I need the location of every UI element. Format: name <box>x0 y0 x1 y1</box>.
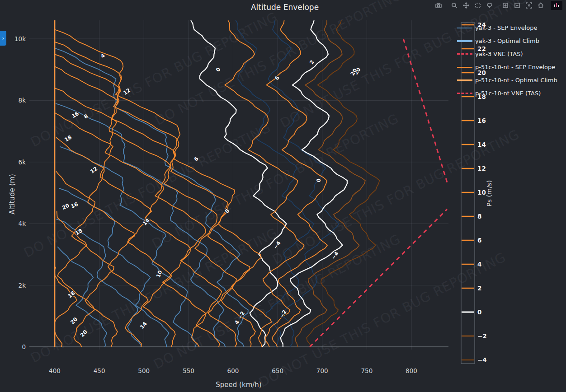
p-51c-10-nt-vne-(tas) <box>310 209 447 347</box>
modebar <box>429 1 562 10</box>
contour-label: −4 <box>330 251 340 261</box>
contour-line-yak-3-L0 <box>191 20 287 347</box>
colorbar-tick-label: 0 <box>477 308 481 316</box>
legend-item-p51c-climb[interactable]: p-51c-10-nt - Optimal Climb <box>457 74 557 87</box>
contour-label: 18 <box>63 134 73 143</box>
contour-line-p-51c-10-nt-L0 <box>281 20 347 347</box>
legend-label: yak-3 VNE (TAS) <box>475 51 523 57</box>
contour-label: 10 <box>155 270 164 279</box>
colorbar-tick-label: 4 <box>477 261 481 268</box>
x-tick-label: 750 <box>361 367 373 374</box>
sidebar-expand-button[interactable]: › <box>0 31 6 46</box>
legend-line-swatch <box>457 40 472 42</box>
x-tick-label: 400 <box>49 367 61 374</box>
colorbar-tick-label: 2 <box>477 285 481 292</box>
legend-label: yak-3 - SEP Envelope <box>475 24 538 31</box>
contour-label: 16 <box>71 110 80 119</box>
page-title: Altitude Envelope <box>251 3 319 12</box>
colorbar-tick-label: 16 <box>477 117 486 124</box>
contour-label: 20 <box>69 316 79 326</box>
x-tick-label: 700 <box>316 367 328 374</box>
legend-dash-swatch <box>457 53 472 55</box>
contour-line-p-51c-10-nt-L16 <box>55 113 175 347</box>
y-tick-label: 10k <box>14 35 26 42</box>
x-tick-label: 600 <box>227 367 239 374</box>
legend: yak-3 - SEP Envelope yak-3 - Optimal Cli… <box>457 21 557 100</box>
x-tick-label: 650 <box>272 367 283 374</box>
contour-line-p-51c-10-nt-L20 <box>56 171 118 347</box>
contour-label: 12 <box>89 165 99 175</box>
box-select-icon[interactable] <box>472 1 484 10</box>
legend-item-yak3-climb[interactable]: yak-3 - Optimal Climb <box>457 34 557 47</box>
y-tick-label: 8k <box>19 97 26 104</box>
colorbar-tick-label: 12 <box>477 165 486 172</box>
legend-label: yak-3 - Optimal Climb <box>475 37 539 44</box>
app-window: DO NOT USE THIS FOR BUG REPORTINGDO NOT … <box>0 0 566 392</box>
legend-line-swatch <box>457 67 472 68</box>
x-tick-label: 800 <box>406 367 417 374</box>
contour-line-p-51c-10-nt-L12 <box>55 66 222 347</box>
legend-line-swatch <box>457 28 472 28</box>
x-axis-title: Speed (km/h) <box>216 381 261 389</box>
camera-icon[interactable] <box>433 1 444 10</box>
contour-label: 18 <box>66 289 76 299</box>
zoom-icon[interactable] <box>448 1 460 10</box>
legend-dash-swatch <box>457 93 472 94</box>
contour-label: −2 <box>278 309 288 319</box>
colorbar-tick-label: 14 <box>477 141 486 148</box>
gridlines <box>29 20 448 350</box>
y-tick-label: 2k <box>19 282 26 289</box>
contour-label: 14 <box>142 217 151 227</box>
contour-label: 6 <box>193 155 199 163</box>
contour-line-yak-3-L-4 <box>268 20 339 347</box>
contour-label: 0 <box>315 178 322 182</box>
legend-item-yak3-vne[interactable]: yak-3 VNE (TAS) <box>457 47 557 61</box>
legend-label: p-51c-10-nt - Optimal Climb <box>475 77 557 84</box>
contour-label: 8 <box>83 113 89 120</box>
legend-line-swatch <box>457 79 472 81</box>
y-axis-title: Altitude (m) <box>8 174 16 215</box>
contour-label: 20 <box>79 329 89 338</box>
autoscale-icon[interactable] <box>523 1 535 10</box>
contour-label: 2 <box>308 59 316 65</box>
zoom-in-icon[interactable] <box>500 1 511 10</box>
colorbar-tick-label: −4 <box>477 356 487 364</box>
contour-line-yak-3-L12 <box>60 147 196 347</box>
lasso-select-icon[interactable] <box>484 1 495 10</box>
colorbar-tick-label: 6 <box>477 237 481 244</box>
contour-label: 16 <box>70 201 79 210</box>
contour-label: 12 <box>122 87 132 96</box>
colorbar-title: Ps (m/s) <box>486 180 493 207</box>
contour-line-p-51c-10-nt-L8 <box>55 42 255 347</box>
contour-label: 8 <box>224 208 231 215</box>
plot-area[interactable] <box>55 20 448 347</box>
plotly-logo-icon[interactable] <box>551 1 562 10</box>
x-tick-label: 550 <box>183 367 194 374</box>
home-icon[interactable] <box>535 1 547 10</box>
y-tick-label: 4k <box>19 220 26 227</box>
legend-label: p-51c-10-nt VNE (TAS) <box>475 90 541 97</box>
legend-item-yak3-sep[interactable]: yak-3 - SEP Envelope <box>457 21 557 34</box>
chevron-right-icon: › <box>2 35 4 42</box>
y-tick-label: 6k <box>19 159 26 166</box>
colorbar-tick-label: −2 <box>477 332 487 340</box>
contour-line-p-51c-10-nt-L18 <box>56 137 148 347</box>
legend-label: p-51c-10-nt - SEP Envelope <box>475 64 555 70</box>
contour-label: 14 <box>139 321 148 330</box>
contour-label: 0 <box>214 66 222 73</box>
x-tick-label: 500 <box>138 367 150 374</box>
y-tick-label: 0 <box>22 343 26 350</box>
x-tick-label: 450 <box>94 367 105 374</box>
legend-item-p51c-sep[interactable]: p-51c-10-nt - SEP Envelope <box>457 61 557 74</box>
contour-line-p-51c-10-nt-L24 <box>55 267 77 347</box>
contour-label: −4 <box>272 240 282 250</box>
pan-icon[interactable] <box>460 1 472 10</box>
contour-label: 20 <box>61 202 70 211</box>
zoom-out-icon[interactable] <box>511 1 523 10</box>
legend-item-p51c-vne[interactable]: p-51c-10-nt VNE (TAS) <box>457 87 557 100</box>
yak-3-vne-(tas) <box>403 39 448 185</box>
contour-label: 18 <box>74 227 84 236</box>
colorbar-tick-label: 8 <box>477 213 481 220</box>
colorbar-tick-label: 10 <box>477 189 486 196</box>
